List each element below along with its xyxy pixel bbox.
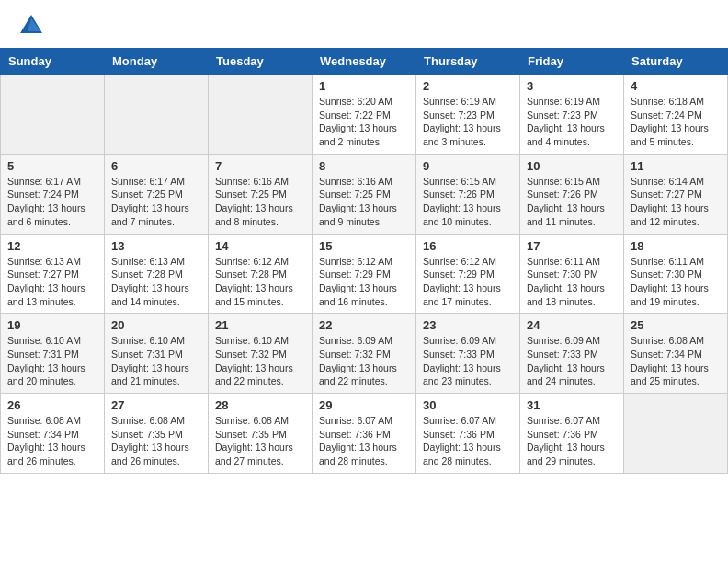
day-number: 28 xyxy=(215,398,305,412)
calendar-cell xyxy=(624,394,728,474)
day-number: 1 xyxy=(319,79,409,93)
calendar-cell: 6Sunrise: 6:17 AM Sunset: 7:25 PM Daylig… xyxy=(105,154,209,234)
calendar-cell: 22Sunrise: 6:09 AM Sunset: 7:32 PM Dayli… xyxy=(313,314,416,394)
page-header xyxy=(0,0,728,48)
header-friday: Friday xyxy=(520,49,624,75)
header-wednesday: Wednesday xyxy=(313,49,416,75)
day-content: Sunrise: 6:10 AM Sunset: 7:31 PM Dayligh… xyxy=(111,334,201,388)
day-content: Sunrise: 6:07 AM Sunset: 7:36 PM Dayligh… xyxy=(319,414,409,468)
calendar-cell: 4Sunrise: 6:18 AM Sunset: 7:24 PM Daylig… xyxy=(624,75,728,155)
day-number: 26 xyxy=(7,398,97,412)
calendar-cell: 30Sunrise: 6:07 AM Sunset: 7:36 PM Dayli… xyxy=(416,394,520,474)
day-number: 15 xyxy=(319,239,409,253)
calendar-cell xyxy=(209,75,313,155)
calendar-cell: 20Sunrise: 6:10 AM Sunset: 7:31 PM Dayli… xyxy=(105,314,209,394)
calendar-cell xyxy=(1,75,105,155)
calendar-cell: 26Sunrise: 6:08 AM Sunset: 7:34 PM Dayli… xyxy=(1,394,105,474)
day-content: Sunrise: 6:12 AM Sunset: 7:28 PM Dayligh… xyxy=(215,255,305,309)
day-number: 18 xyxy=(631,239,721,253)
day-number: 22 xyxy=(319,318,409,332)
day-content: Sunrise: 6:07 AM Sunset: 7:36 PM Dayligh… xyxy=(423,414,513,468)
calendar-cell: 8Sunrise: 6:16 AM Sunset: 7:25 PM Daylig… xyxy=(313,154,416,234)
day-content: Sunrise: 6:08 AM Sunset: 7:35 PM Dayligh… xyxy=(215,414,305,468)
calendar-cell: 23Sunrise: 6:09 AM Sunset: 7:33 PM Dayli… xyxy=(416,314,520,394)
calendar-cell: 10Sunrise: 6:15 AM Sunset: 7:26 PM Dayli… xyxy=(520,154,624,234)
calendar-cell: 21Sunrise: 6:10 AM Sunset: 7:32 PM Dayli… xyxy=(209,314,313,394)
calendar-cell: 5Sunrise: 6:17 AM Sunset: 7:24 PM Daylig… xyxy=(1,154,105,234)
calendar-cell: 13Sunrise: 6:13 AM Sunset: 7:28 PM Dayli… xyxy=(105,234,209,314)
day-number: 9 xyxy=(423,159,513,173)
calendar-cell: 29Sunrise: 6:07 AM Sunset: 7:36 PM Dayli… xyxy=(313,394,416,474)
header-sunday: Sunday xyxy=(1,49,105,75)
day-number: 14 xyxy=(215,239,305,253)
day-content: Sunrise: 6:15 AM Sunset: 7:26 PM Dayligh… xyxy=(423,175,513,229)
day-content: Sunrise: 6:10 AM Sunset: 7:31 PM Dayligh… xyxy=(7,334,97,388)
day-number: 12 xyxy=(7,239,97,253)
day-content: Sunrise: 6:09 AM Sunset: 7:33 PM Dayligh… xyxy=(423,334,513,388)
day-number: 8 xyxy=(319,159,409,173)
calendar-cell: 1Sunrise: 6:20 AM Sunset: 7:22 PM Daylig… xyxy=(313,75,416,155)
day-content: Sunrise: 6:11 AM Sunset: 7:30 PM Dayligh… xyxy=(631,255,721,309)
header-tuesday: Tuesday xyxy=(209,49,313,75)
day-number: 21 xyxy=(215,318,305,332)
header-saturday: Saturday xyxy=(624,49,728,75)
day-content: Sunrise: 6:16 AM Sunset: 7:25 PM Dayligh… xyxy=(215,175,305,229)
header-monday: Monday xyxy=(105,49,209,75)
day-content: Sunrise: 6:10 AM Sunset: 7:32 PM Dayligh… xyxy=(215,334,305,388)
calendar-cell: 14Sunrise: 6:12 AM Sunset: 7:28 PM Dayli… xyxy=(209,234,313,314)
calendar-cell: 27Sunrise: 6:08 AM Sunset: 7:35 PM Dayli… xyxy=(105,394,209,474)
calendar-cell: 2Sunrise: 6:19 AM Sunset: 7:23 PM Daylig… xyxy=(416,75,520,155)
day-number: 27 xyxy=(111,398,201,412)
calendar-cell: 19Sunrise: 6:10 AM Sunset: 7:31 PM Dayli… xyxy=(1,314,105,394)
day-number: 6 xyxy=(111,159,201,173)
calendar-week-row: 5Sunrise: 6:17 AM Sunset: 7:24 PM Daylig… xyxy=(1,154,728,234)
calendar-cell: 7Sunrise: 6:16 AM Sunset: 7:25 PM Daylig… xyxy=(209,154,313,234)
calendar-cell: 18Sunrise: 6:11 AM Sunset: 7:30 PM Dayli… xyxy=(624,234,728,314)
day-number: 24 xyxy=(527,318,617,332)
day-number: 16 xyxy=(423,239,513,253)
calendar-cell: 17Sunrise: 6:11 AM Sunset: 7:30 PM Dayli… xyxy=(520,234,624,314)
day-number: 5 xyxy=(7,159,97,173)
day-number: 31 xyxy=(527,398,617,412)
calendar-week-row: 26Sunrise: 6:08 AM Sunset: 7:34 PM Dayli… xyxy=(1,394,728,474)
day-number: 13 xyxy=(111,239,201,253)
day-content: Sunrise: 6:15 AM Sunset: 7:26 PM Dayligh… xyxy=(527,175,617,229)
calendar-cell: 28Sunrise: 6:08 AM Sunset: 7:35 PM Dayli… xyxy=(209,394,313,474)
day-content: Sunrise: 6:18 AM Sunset: 7:24 PM Dayligh… xyxy=(631,95,721,149)
day-content: Sunrise: 6:19 AM Sunset: 7:23 PM Dayligh… xyxy=(527,95,617,149)
calendar-cell xyxy=(105,75,209,155)
day-number: 7 xyxy=(215,159,305,173)
header-thursday: Thursday xyxy=(416,49,520,75)
day-number: 25 xyxy=(631,318,721,332)
day-content: Sunrise: 6:07 AM Sunset: 7:36 PM Dayligh… xyxy=(527,414,617,468)
day-content: Sunrise: 6:13 AM Sunset: 7:28 PM Dayligh… xyxy=(111,255,201,309)
calendar-week-row: 12Sunrise: 6:13 AM Sunset: 7:27 PM Dayli… xyxy=(1,234,728,314)
calendar-table: SundayMondayTuesdayWednesdayThursdayFrid… xyxy=(0,48,728,474)
logo-icon xyxy=(18,13,44,39)
day-number: 3 xyxy=(527,79,617,93)
day-content: Sunrise: 6:12 AM Sunset: 7:29 PM Dayligh… xyxy=(423,255,513,309)
day-content: Sunrise: 6:17 AM Sunset: 7:25 PM Dayligh… xyxy=(111,175,201,229)
day-number: 20 xyxy=(111,318,201,332)
calendar-header-row: SundayMondayTuesdayWednesdayThursdayFrid… xyxy=(1,49,728,75)
calendar-cell: 9Sunrise: 6:15 AM Sunset: 7:26 PM Daylig… xyxy=(416,154,520,234)
day-number: 30 xyxy=(423,398,513,412)
calendar-week-row: 1Sunrise: 6:20 AM Sunset: 7:22 PM Daylig… xyxy=(1,75,728,155)
day-content: Sunrise: 6:17 AM Sunset: 7:24 PM Dayligh… xyxy=(7,175,97,229)
day-content: Sunrise: 6:08 AM Sunset: 7:35 PM Dayligh… xyxy=(111,414,201,468)
day-content: Sunrise: 6:13 AM Sunset: 7:27 PM Dayligh… xyxy=(7,255,97,309)
calendar-cell: 15Sunrise: 6:12 AM Sunset: 7:29 PM Dayli… xyxy=(313,234,416,314)
day-content: Sunrise: 6:19 AM Sunset: 7:23 PM Dayligh… xyxy=(423,95,513,149)
calendar-cell: 24Sunrise: 6:09 AM Sunset: 7:33 PM Dayli… xyxy=(520,314,624,394)
calendar-cell: 25Sunrise: 6:08 AM Sunset: 7:34 PM Dayli… xyxy=(624,314,728,394)
day-content: Sunrise: 6:16 AM Sunset: 7:25 PM Dayligh… xyxy=(319,175,409,229)
day-number: 19 xyxy=(7,318,97,332)
day-number: 17 xyxy=(527,239,617,253)
day-content: Sunrise: 6:09 AM Sunset: 7:33 PM Dayligh… xyxy=(527,334,617,388)
day-content: Sunrise: 6:08 AM Sunset: 7:34 PM Dayligh… xyxy=(7,414,97,468)
calendar-cell: 11Sunrise: 6:14 AM Sunset: 7:27 PM Dayli… xyxy=(624,154,728,234)
day-content: Sunrise: 6:12 AM Sunset: 7:29 PM Dayligh… xyxy=(319,255,409,309)
day-content: Sunrise: 6:11 AM Sunset: 7:30 PM Dayligh… xyxy=(527,255,617,309)
day-content: Sunrise: 6:14 AM Sunset: 7:27 PM Dayligh… xyxy=(631,175,721,229)
day-number: 11 xyxy=(631,159,721,173)
